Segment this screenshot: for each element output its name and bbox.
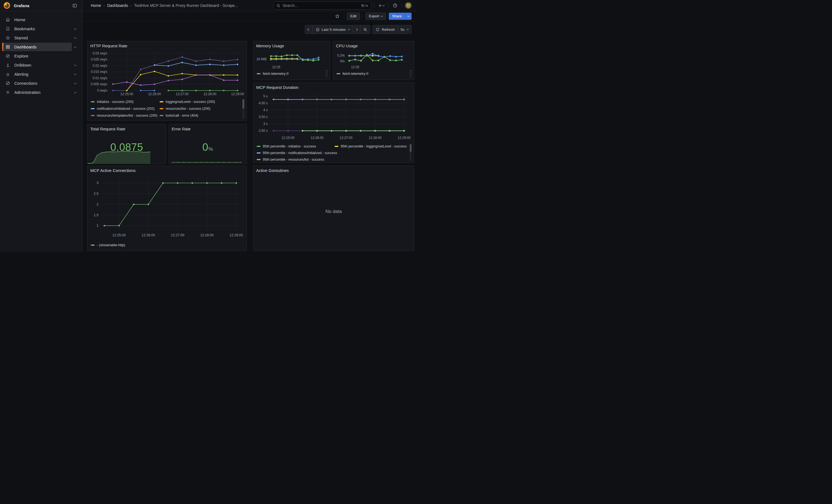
legend-item[interactable]: resources/templates/list - success (200) [91, 114, 160, 117]
sidebar-item-bookmarks[interactable]: Bookmarks [0, 24, 82, 33]
chevron-down-icon[interactable] [74, 91, 77, 94]
chevron-right-icon [355, 28, 358, 31]
edit-button[interactable]: Edit [347, 12, 360, 20]
sidebar-item-explore[interactable]: Explore [0, 51, 82, 60]
http-legend: initialize - success (200)logging/setLev… [90, 98, 244, 119]
new-button[interactable] [377, 1, 385, 10]
svg-text:0.015 req/s: 0.015 req/s [91, 70, 107, 74]
sidebar-collapse-button[interactable] [71, 2, 78, 9]
svg-text:0.005 req/s: 0.005 req/s [91, 82, 107, 86]
sidebar-item-alerting[interactable]: Alerting [0, 70, 82, 79]
chevron-down-icon[interactable] [74, 63, 77, 66]
chevron-down-icon [382, 4, 384, 6]
plus-icon [378, 4, 382, 8]
chevron-down-icon[interactable] [74, 27, 77, 30]
legend-swatch [91, 115, 95, 116]
legend-item[interactable]: resources/list - success (200) [160, 107, 210, 111]
legend-item[interactable]: 95th percentile - logging/setLevel - suc… [335, 144, 407, 148]
panel-title[interactable]: Total Request Rate [90, 126, 164, 132]
share-split-button: Share [389, 12, 412, 20]
chevron-down-icon[interactable] [74, 82, 77, 84]
svg-text:12:25:00: 12:25:00 [121, 92, 133, 96]
panel-title[interactable]: Error Rate [171, 126, 244, 132]
cpu-usage-chart[interactable]: 12:250.2%0% [335, 49, 412, 70]
legend-item[interactable]: 95th percentile - resources/list - succe… [257, 158, 350, 161]
search-shortcut-hint: ⌘+k [361, 4, 368, 8]
http-request-rate-chart[interactable]: 12:25:0012:26:0012:27:0012:28:0012:29:00… [90, 49, 244, 98]
panel-title[interactable]: MCP Active Connections [90, 167, 244, 174]
export-button[interactable]: Export [366, 12, 386, 20]
refresh-button[interactable]: Refresh [373, 25, 397, 33]
svg-text:2.50 s: 2.50 s [259, 129, 268, 133]
legend-item[interactable]: notifications/initialized - success (202… [91, 107, 160, 111]
panel-title[interactable]: HTTP Request Rate [90, 43, 244, 49]
panel-title[interactable]: Active Goroutines [256, 167, 412, 174]
legend-label: 95th percentile - resources/list - succe… [263, 158, 324, 161]
refresh-interval-picker[interactable]: 5s [397, 25, 411, 33]
legend-item[interactable]: - (streamable-http) [91, 243, 125, 247]
time-shift-forward-button[interactable] [353, 25, 360, 33]
favorite-star-button[interactable] [334, 12, 341, 20]
time-shift-back-button[interactable] [305, 25, 313, 33]
help-button[interactable] [391, 1, 399, 10]
divider [374, 3, 374, 8]
panel-title[interactable]: MCP Request Duration [256, 84, 412, 91]
user-avatar[interactable] [405, 2, 412, 9]
panel-title[interactable]: Memory Usage [256, 43, 328, 49]
zoom-out-time-button[interactable] [360, 25, 370, 33]
chevron-down-icon[interactable] [74, 45, 77, 48]
legend-item[interactable]: fetch-telemetry-0 [257, 72, 289, 76]
legend-scrollbar-thumb[interactable] [242, 99, 244, 109]
refresh-icon [375, 27, 380, 32]
sidebar-item-drilldown[interactable]: Drilldown [0, 60, 82, 70]
legend-swatch [160, 101, 163, 102]
legend-item[interactable]: 95th percentile - notifications/initiali… [257, 151, 350, 155]
time-controls: Last 5 minutes Refresh 5s [305, 25, 412, 34]
sidebar-item-starred[interactable]: Starred [0, 33, 82, 43]
sidebar-nav: Home Bookmarks Starred Dashboards Explor… [0, 11, 82, 97]
legend-swatch [335, 146, 338, 147]
legend-item[interactable]: initialize - success (200) [91, 100, 160, 104]
search-box[interactable]: ⌘+k [273, 1, 371, 10]
stat-body: 0.0875 [90, 132, 164, 162]
mcp-request-duration-chart[interactable]: 12:25:0012:26:0012:27:0012:28:0012:29:00… [256, 91, 412, 142]
grafana-logo-icon [3, 2, 10, 9]
sidebar-item-connections[interactable]: Connections [0, 79, 82, 88]
chevron-down-icon [407, 15, 409, 17]
memory-usage-chart[interactable]: 12:2516 MiB [256, 49, 328, 70]
divider [388, 3, 388, 8]
share-button[interactable]: Share [389, 12, 405, 20]
breadcrumb-home[interactable]: Home [91, 3, 101, 8]
mcp-active-connections-chart[interactable]: 12:25:0012:26:0012:27:0012:28:0012:29:00… [90, 174, 244, 241]
legend-item[interactable]: 95th percentile - initialize - success [257, 144, 335, 148]
chevron-left-icon [307, 28, 310, 31]
legend-label: initialize - success (200) [97, 100, 133, 104]
header-actions: ⌘+k [273, 1, 412, 10]
chevron-down-icon[interactable] [74, 36, 77, 39]
panel-left-icon [72, 3, 77, 8]
conns-legend: - (streamable-http) [90, 242, 244, 249]
legend-scrollbar-thumb[interactable] [410, 144, 412, 152]
chevron-down-icon[interactable] [74, 73, 77, 75]
legend-item[interactable]: fetch-telemetry-0 [337, 72, 368, 76]
legend-swatch [337, 73, 340, 74]
sidebar-item-administration[interactable]: Administration [0, 88, 82, 97]
legend-item[interactable]: tools/call - error (404) [160, 114, 198, 117]
share-options-button[interactable] [405, 12, 412, 20]
legend-label: - (streamable-http) [97, 243, 125, 247]
search-input[interactable] [283, 3, 359, 8]
svg-text:12:25:00: 12:25:00 [112, 233, 126, 237]
svg-text:3 s: 3 s [263, 122, 268, 126]
sidebar-item-dashboards[interactable]: Dashboards [0, 43, 82, 51]
time-range-picker[interactable]: Last 5 minutes [313, 25, 353, 33]
svg-text:12:25: 12:25 [272, 65, 280, 69]
legend-swatch [257, 73, 261, 74]
legend-row: initialize - success (200)logging/setLev… [91, 98, 244, 105]
svg-text:12:29:00: 12:29:00 [230, 233, 243, 237]
panel-title[interactable]: CPU Usage [335, 43, 412, 49]
sidebar-item-label: Bookmarks [14, 26, 35, 31]
breadcrumb-dashboards[interactable]: Dashboards [107, 3, 128, 8]
sidebar-item-home[interactable]: Home [0, 15, 82, 24]
legend-item[interactable]: logging/setLevel - success (200) [160, 100, 215, 104]
legend-swatch [257, 152, 261, 154]
